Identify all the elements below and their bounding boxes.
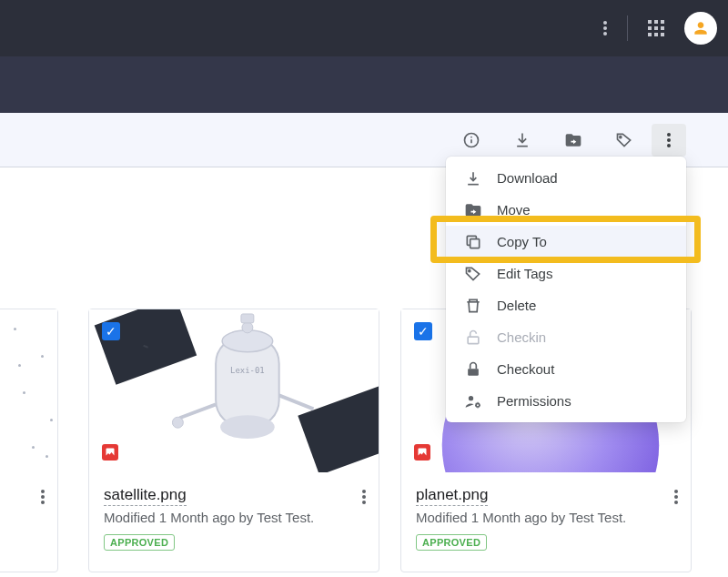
move-folder-icon <box>464 201 482 219</box>
satellite-illustration: Lexi-01 <box>89 309 379 472</box>
card-thumbnail <box>0 309 57 473</box>
card-more-icon[interactable] <box>41 490 45 504</box>
asset-card[interactable]: st. <box>0 309 58 572</box>
svg-point-18 <box>242 322 253 333</box>
menu-item-edit-tags[interactable]: Edit Tags <box>446 258 686 289</box>
card-modified: st. <box>0 506 43 521</box>
svg-point-10 <box>469 396 473 400</box>
menu-item-label: Checkin <box>497 329 546 345</box>
menu-item-label: Edit Tags <box>497 266 552 281</box>
card-filename[interactable]: satellite.png <box>104 486 187 506</box>
card-more-icon[interactable] <box>362 490 366 504</box>
lock-icon <box>464 360 482 379</box>
menu-item-copy-to[interactable]: Copy To <box>446 226 686 258</box>
card-filename[interactable]: planet.png <box>416 486 488 506</box>
header-more-icon[interactable] <box>603 21 607 35</box>
menu-item-label: Download <box>497 170 558 186</box>
menu-item-delete[interactable]: Delete <box>446 289 686 321</box>
selection-checkbox[interactable]: ✓ <box>414 322 432 340</box>
svg-line-21 <box>179 404 216 418</box>
card-modified: Modified 1 Month ago by Test Test. <box>104 510 364 525</box>
image-type-icon <box>414 444 430 461</box>
menu-item-permissions[interactable]: Permissions <box>446 385 686 417</box>
svg-rect-19 <box>241 314 254 323</box>
download-icon[interactable] <box>513 131 531 149</box>
top-header <box>0 0 728 56</box>
approved-badge: APPROVED <box>416 534 487 551</box>
menu-item-label: Checkout <box>497 361 554 377</box>
apps-grid-icon[interactable] <box>648 20 664 36</box>
svg-rect-9 <box>468 369 479 376</box>
svg-point-17 <box>220 415 275 439</box>
menu-item-download[interactable]: Download <box>446 162 686 194</box>
menu-item-label: Permissions <box>497 393 571 409</box>
svg-rect-13 <box>298 386 379 471</box>
menu-item-label: Move <box>497 202 531 218</box>
svg-text:Lexi-01: Lexi-01 <box>230 366 265 375</box>
svg-point-22 <box>172 417 183 428</box>
menu-item-checkout[interactable]: Checkout <box>446 353 686 385</box>
svg-line-23 <box>279 395 314 409</box>
approved-badge: APPROVED <box>104 534 175 551</box>
svg-rect-8 <box>468 337 479 344</box>
card-modified: Modified 1 Month ago by Test Test. <box>416 510 676 525</box>
menu-item-label: Delete <box>497 298 536 313</box>
header-divider <box>627 15 628 41</box>
tag-icon[interactable] <box>615 131 633 149</box>
unlock-icon <box>464 329 482 347</box>
svg-point-2 <box>470 137 472 138</box>
card-thumbnail: ✓ Lexi-01 <box>89 309 379 473</box>
asset-card[interactable]: ✓ Lexi-01 satellite.png Mod <box>88 309 379 572</box>
more-actions-button[interactable] <box>652 124 686 157</box>
user-avatar[interactable] <box>684 12 717 45</box>
permissions-icon <box>464 392 482 410</box>
selection-checkbox[interactable]: ✓ <box>102 322 120 340</box>
menu-item-checkin: Checkin <box>446 321 686 353</box>
svg-point-16 <box>222 330 273 352</box>
image-type-icon <box>102 444 118 461</box>
actions-dropdown: Download Move Copy To Edit Tags Delete C… <box>446 157 686 422</box>
info-icon[interactable] <box>462 131 480 149</box>
move-folder-icon[interactable] <box>564 131 582 149</box>
svg-rect-6 <box>470 238 480 248</box>
menu-item-move[interactable]: Move <box>446 194 686 226</box>
delete-icon <box>464 297 482 315</box>
menu-item-label: Copy To <box>497 234 547 249</box>
card-more-icon[interactable] <box>674 490 678 504</box>
svg-point-3 <box>620 137 622 138</box>
download-icon <box>464 169 482 187</box>
tag-icon <box>464 265 482 283</box>
copy-icon <box>464 233 482 251</box>
sub-header <box>0 56 728 113</box>
svg-point-7 <box>469 269 470 271</box>
